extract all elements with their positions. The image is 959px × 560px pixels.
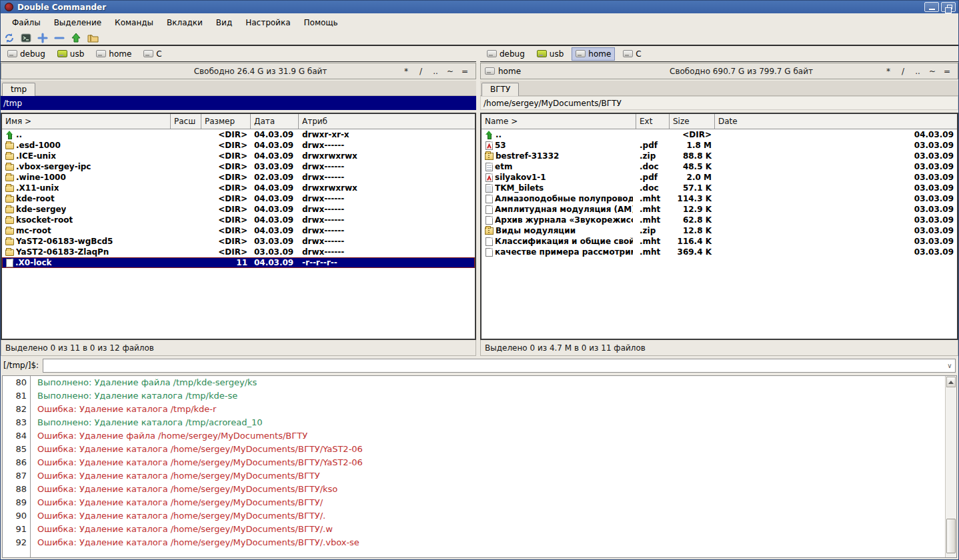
- file-row-1[interactable]: 53.pdf1.8 M03.03.09: [482, 140, 957, 151]
- right-header-size[interactable]: Size: [670, 114, 715, 129]
- add-tab-button[interactable]: [37, 32, 49, 44]
- file-row-3[interactable]: etm.doc48.5 K03.03.09: [482, 161, 957, 172]
- file-row-7[interactable]: kde-sergey<DIR>04.03.09drwx------: [2, 204, 475, 215]
- file-row-6[interactable]: Алмазоподобные полупроводни.mht114.3 K03…: [482, 193, 957, 204]
- file-row-3[interactable]: .vbox-sergey-ipc<DIR>03.03.09drwx------: [2, 161, 475, 172]
- command-dropdown-icon[interactable]: ∨: [944, 359, 955, 372]
- left-header-name[interactable]: Имя >: [2, 114, 171, 129]
- drive-button-debug[interactable]: debug: [483, 47, 529, 61]
- left-path-bar[interactable]: /tmp: [1, 96, 476, 110]
- file-row-parent[interactable]: ..<DIR>04.03.09drwxr-xr-x: [2, 129, 475, 140]
- right-tab-strip[interactable]: ВГТУ: [480, 81, 958, 96]
- right-tab-vgtu[interactable]: ВГТУ: [482, 83, 519, 96]
- right-free-space-text: Свободно 690.7 G из 799.7 G байт: [598, 67, 884, 76]
- file-row-5[interactable]: TKM_bilets.doc57.1 K03.03.09: [482, 183, 957, 193]
- refresh-button[interactable]: [3, 32, 15, 44]
- drive-button-debug[interactable]: debug: [3, 47, 49, 61]
- file-row-5[interactable]: .X11-unix<DIR>04.03.09drwxrwxrwx: [2, 183, 475, 193]
- menu-item-0[interactable]: Файлы: [6, 16, 47, 29]
- right-header-ext[interactable]: Ext: [636, 114, 670, 129]
- menu-item-5[interactable]: Настройка: [239, 16, 296, 29]
- quick-button-4[interactable]: =: [943, 67, 951, 76]
- left-header-date[interactable]: Дата: [251, 114, 299, 129]
- drive-button-home[interactable]: home: [572, 47, 615, 61]
- menu-item-2[interactable]: Команды: [109, 16, 159, 29]
- quick-button-1[interactable]: /: [417, 67, 425, 76]
- file-row-2[interactable]: bestref-31332.zip88.8 K03.03.09: [482, 151, 957, 161]
- terminal-button[interactable]: [20, 32, 32, 44]
- file-row-8[interactable]: Архив журнала «Звукорежиссер.mht62.8 K03…: [482, 215, 957, 225]
- file-attr: drwxrwxrwx: [299, 151, 475, 161]
- quick-button-3[interactable]: ~: [928, 67, 936, 76]
- archive-button[interactable]: [87, 32, 99, 44]
- menu-item-4[interactable]: Вид: [210, 16, 238, 29]
- left-header-ext[interactable]: Расш: [171, 114, 201, 129]
- file-attr: drwx------: [299, 172, 475, 183]
- scroll-up-icon[interactable]: [946, 377, 956, 387]
- file-row-11[interactable]: YaST2-06183-ZlaqPn<DIR>03.03.09drwx-----…: [2, 247, 475, 257]
- file-row-7[interactable]: Амплитудная модуляция (АМ)_(.mht12.9 K03…: [482, 204, 957, 215]
- scroll-thumb[interactable]: [946, 519, 956, 553]
- file-row-10[interactable]: YaST2-06183-wgBcd5<DIR>03.03.09drwx-----…: [2, 236, 475, 247]
- quick-button-4[interactable]: =: [461, 67, 469, 76]
- left-header-attr[interactable]: Атриб: [299, 114, 475, 129]
- log-message-86: Ошибка: Удаление каталога /home/sergey/M…: [37, 456, 956, 469]
- file-date: 04.03.09: [251, 215, 299, 225]
- file-row-1[interactable]: .esd-1000<DIR>04.03.09drwx------: [2, 140, 475, 151]
- left-quick-buttons: */..~=: [402, 67, 471, 76]
- menu-item-3[interactable]: Вкладки: [161, 16, 209, 29]
- file-row-2[interactable]: .ICE-unix<DIR>04.03.09drwxrwxrwx: [2, 151, 475, 161]
- file-size: <DIR>: [201, 129, 251, 140]
- file-row-4[interactable]: silyakov1-1.pdf2.0 M03.03.09: [482, 172, 957, 183]
- file-ext: .zip: [636, 225, 670, 236]
- left-file-rows: ..<DIR>04.03.09drwxr-xr-x.esd-1000<DIR>0…: [2, 129, 475, 339]
- file-name: Виды модуляции: [496, 225, 576, 236]
- file-row-8[interactable]: ksocket-root<DIR>04.03.09drwx------: [2, 215, 475, 225]
- file-size: <DIR>: [201, 140, 251, 151]
- right-path-bar[interactable]: /home/sergey/MyDocuments/ВГТУ: [480, 96, 958, 110]
- file-date: 03.03.09: [715, 193, 957, 204]
- up-level-button[interactable]: [70, 32, 82, 44]
- file-ext: [636, 129, 670, 140]
- file-row-9[interactable]: Виды модуляции.zip12.8 K03.03.09: [482, 225, 957, 236]
- log-message-85: Ошибка: Удаление каталога /home/sergey/M…: [37, 443, 956, 456]
- restore-button[interactable]: [941, 2, 956, 12]
- remove-tab-button[interactable]: [53, 32, 65, 44]
- file-row-4[interactable]: .wine-1000<DIR>02.03.09drwx------: [2, 172, 475, 183]
- quick-button-2[interactable]: ..: [914, 67, 922, 76]
- file-size: <DIR>: [201, 161, 251, 172]
- menu-item-6[interactable]: Помощь: [298, 16, 344, 29]
- quick-button-3[interactable]: ~: [446, 67, 454, 76]
- file-name-cell: .ICE-unix: [2, 151, 171, 161]
- file-row-6[interactable]: kde-root<DIR>04.03.09drwx------: [2, 193, 475, 204]
- drive-button-usb[interactable]: usb: [533, 47, 568, 61]
- log-scrollbar[interactable]: [945, 376, 956, 557]
- log-area: 80818283848586878889909192 Выполнено: Уд…: [2, 375, 957, 558]
- quick-button-2[interactable]: ..: [431, 67, 439, 76]
- file-row-12[interactable]: .X0-lock1104.03.09-r--r--r--: [2, 257, 475, 268]
- file-row-parent[interactable]: ..<DIR>04.03.09: [482, 129, 957, 140]
- drive-button-C[interactable]: C: [139, 47, 165, 61]
- file-ext: [171, 257, 201, 268]
- file-row-9[interactable]: mc-root<DIR>04.03.09drwx------: [2, 225, 475, 236]
- file-row-11[interactable]: качестве примера рассмотрим м.mht369.4 K…: [482, 247, 957, 257]
- minimize-button[interactable]: [924, 2, 939, 12]
- file-row-10[interactable]: Классификация и общие свойств.mht116.4 K…: [482, 236, 957, 247]
- drive-button-usb[interactable]: usb: [53, 47, 88, 61]
- drive-label: debug: [20, 49, 45, 59]
- right-header-date[interactable]: Date: [715, 114, 957, 129]
- left-column-headers: Имя > Расш Размер Дата Атриб: [2, 114, 475, 129]
- file-date: 03.03.09: [715, 204, 957, 215]
- left-tab-tmp[interactable]: tmp: [2, 83, 35, 96]
- quick-button-0[interactable]: *: [402, 67, 410, 76]
- menu-item-1[interactable]: Выделение: [48, 16, 107, 29]
- left-header-size[interactable]: Размер: [201, 114, 251, 129]
- file-name: silyakov1-1: [495, 172, 546, 183]
- right-header-name[interactable]: Name >: [482, 114, 636, 129]
- quick-button-1[interactable]: /: [899, 67, 907, 76]
- drive-button-home[interactable]: home: [92, 47, 135, 61]
- drive-button-C[interactable]: C: [619, 47, 645, 61]
- left-tab-strip[interactable]: tmp: [1, 81, 476, 96]
- quick-button-0[interactable]: *: [884, 67, 892, 76]
- command-input[interactable]: [43, 360, 944, 371]
